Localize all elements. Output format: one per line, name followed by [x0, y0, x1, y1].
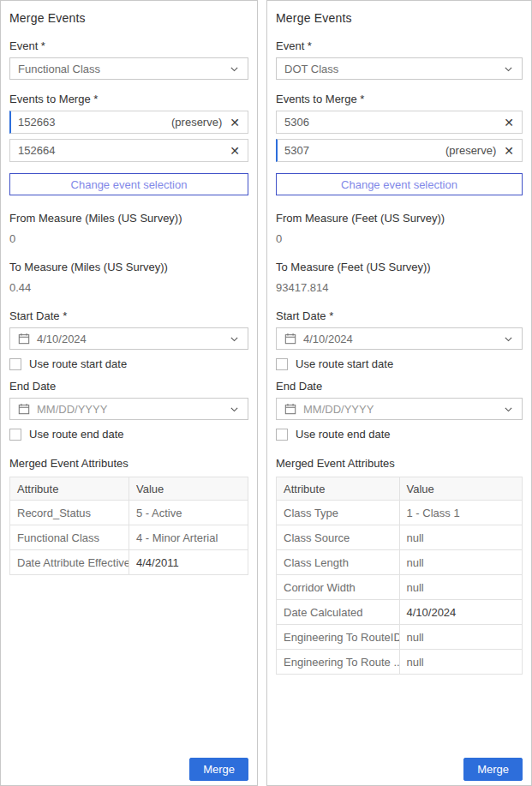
use-route-end-date-label: Use route end date — [296, 428, 391, 441]
event-to-merge-input[interactable]: 152663 (preserve) ✕ — [9, 111, 248, 134]
event-label: Event * — [276, 39, 523, 52]
from-measure-label: From Measure (Feet (US Survey)) — [276, 212, 523, 225]
events-to-merge-label: Events to Merge * — [276, 93, 523, 105]
value-cell: null — [399, 525, 523, 550]
close-icon[interactable]: ✕ — [230, 145, 240, 157]
change-event-selection-button[interactable]: Change event selection — [9, 173, 248, 195]
use-route-start-date-label: Use route start date — [29, 357, 127, 370]
table-header-row: Attribute Value — [10, 477, 248, 501]
attribute-cell: Engineering To RouteID — [277, 625, 400, 650]
end-date-label: End Date — [9, 380, 248, 393]
event-select[interactable]: Functional Class — [9, 57, 248, 80]
event-id-value: 152664 — [18, 144, 230, 157]
events-to-merge-list: 152663 (preserve) ✕ 152664 (preserve) ✕ — [9, 111, 248, 167]
use-route-start-date-checkbox[interactable] — [276, 358, 288, 370]
merge-button[interactable]: Merge — [189, 758, 248, 781]
start-date-value: 4/10/2024 — [37, 333, 229, 345]
use-route-start-date-label: Use route start date — [296, 357, 393, 370]
merge-events-panel-left: Merge Events Event * Functional Class Ev… — [0, 0, 258, 786]
merge-button[interactable]: Merge — [463, 758, 523, 781]
attribute-column-header: Attribute — [277, 477, 400, 501]
table-row: Class Source null — [277, 525, 523, 550]
table-row: Corridor Width null — [277, 575, 523, 600]
to-measure-label: To Measure (Miles (US Survey)) — [9, 261, 248, 273]
from-measure-value: 0 — [276, 232, 523, 245]
calendar-icon — [284, 403, 296, 415]
event-label: Event * — [9, 39, 248, 52]
value-cell: 4/10/2024 — [399, 600, 523, 625]
event-select[interactable]: DOT Class — [276, 57, 523, 80]
table-row: Date Calculated 4/10/2024 — [277, 600, 523, 625]
event-to-merge-input[interactable]: 152664 (preserve) ✕ — [9, 139, 248, 162]
event-id-value: 152663 — [18, 116, 171, 129]
end-date-picker[interactable]: MM/DD/YYYY — [9, 398, 248, 420]
close-icon[interactable]: ✕ — [504, 117, 514, 129]
events-to-merge-label: Events to Merge * — [9, 93, 248, 105]
use-route-end-date-row: Use route end date — [276, 428, 523, 441]
attribute-cell: Date Attribute Effective — [10, 550, 129, 575]
use-route-start-date-row: Use route start date — [276, 357, 523, 370]
merge-events-panel-right: Merge Events Event * DOT Class Events to… — [266, 0, 532, 786]
chevron-down-icon — [229, 404, 240, 415]
change-event-selection-button[interactable]: Change event selection — [276, 173, 523, 195]
panel-footer: Merge — [276, 758, 523, 781]
table-header-row: Attribute Value — [277, 477, 523, 501]
close-icon[interactable]: ✕ — [230, 117, 240, 129]
event-select-value: DOT Class — [284, 63, 503, 75]
table-row: Engineering To RouteID null — [277, 625, 523, 650]
chevron-down-icon — [503, 404, 514, 415]
start-date-label: Start Date * — [9, 309, 248, 322]
value-column-header: Value — [399, 477, 523, 501]
panel-footer: Merge — [9, 758, 248, 781]
end-date-label: End Date — [276, 380, 523, 393]
table-row: Record_Status 5 - Active — [10, 501, 248, 525]
table-row: Functional Class 4 - Minor Arterial — [10, 525, 248, 550]
chevron-down-icon — [229, 63, 240, 75]
calendar-icon — [284, 333, 296, 345]
end-date-placeholder: MM/DD/YYYY — [37, 403, 229, 416]
use-route-start-date-row: Use route start date — [9, 357, 248, 370]
use-route-end-date-row: Use route end date — [9, 428, 248, 441]
page-title: Merge Events — [9, 11, 248, 25]
use-route-end-date-checkbox[interactable] — [9, 429, 21, 441]
table-row: Date Attribute Effective 4/4/2011 — [10, 550, 248, 575]
use-route-end-date-label: Use route end date — [29, 428, 124, 441]
attribute-cell: Class Type — [277, 501, 400, 525]
chevron-down-icon — [503, 333, 514, 345]
attribute-cell: Record_Status — [10, 501, 129, 525]
from-measure-label: From Measure (Miles (US Survey)) — [9, 212, 248, 225]
start-date-picker[interactable]: 4/10/2024 — [276, 327, 523, 350]
value-cell: null — [399, 575, 523, 600]
attribute-cell: Functional Class — [10, 525, 129, 550]
value-cell: 1 - Class 1 — [399, 501, 523, 525]
end-date-picker[interactable]: MM/DD/YYYY — [276, 398, 523, 420]
merged-event-attributes-title: Merged Event Attributes — [9, 457, 248, 470]
to-measure-value: 93417.814 — [276, 281, 523, 294]
end-date-placeholder: MM/DD/YYYY — [303, 403, 503, 416]
start-date-value: 4/10/2024 — [303, 333, 503, 345]
start-date-picker[interactable]: 4/10/2024 — [9, 327, 248, 350]
table-row: Engineering To Route ... null — [277, 650, 523, 675]
calendar-icon — [18, 333, 30, 345]
value-cell: null — [399, 650, 523, 675]
use-route-end-date-checkbox[interactable] — [276, 429, 288, 441]
chevron-down-icon — [503, 63, 514, 75]
event-select-value: Functional Class — [18, 63, 229, 75]
use-route-start-date-checkbox[interactable] — [9, 358, 21, 370]
calendar-icon — [18, 403, 30, 415]
to-measure-label: To Measure (Feet (US Survey)) — [276, 261, 523, 273]
attribute-cell: Engineering To Route ... — [277, 650, 400, 675]
table-row: Class Length null — [277, 550, 523, 575]
value-cell: null — [399, 550, 523, 575]
value-cell: 5 - Active — [129, 501, 248, 525]
attribute-cell: Class Source — [277, 525, 400, 550]
event-to-merge-input[interactable]: 5307 (preserve) ✕ — [276, 139, 523, 162]
value-cell: 4/4/2011 — [129, 550, 248, 575]
attribute-cell: Corridor Width — [277, 575, 400, 600]
value-column-header: Value — [129, 477, 248, 501]
attribute-column-header: Attribute — [10, 477, 129, 501]
start-date-label: Start Date * — [276, 309, 523, 322]
event-to-merge-input[interactable]: 5306 (preserve) ✕ — [276, 111, 523, 134]
from-measure-value: 0 — [9, 232, 248, 245]
close-icon[interactable]: ✕ — [504, 145, 514, 157]
